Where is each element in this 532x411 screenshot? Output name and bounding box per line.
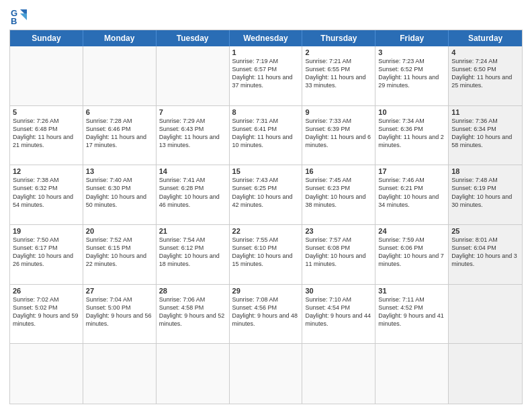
day-info: Sunrise: 7:46 AM Sunset: 6:21 PM Dayligh… [378, 176, 445, 209]
day-cell-29: 29Sunrise: 7:08 AM Sunset: 4:56 PM Dayli… [230, 285, 303, 344]
day-cell-15: 15Sunrise: 7:43 AM Sunset: 6:25 PM Dayli… [230, 165, 303, 224]
day-info: Sunrise: 7:02 AM Sunset: 5:02 PM Dayligh… [13, 295, 80, 328]
empty-cell [302, 344, 375, 404]
day-info: Sunrise: 7:43 AM Sunset: 6:25 PM Dayligh… [232, 176, 300, 209]
day-cell-22: 22Sunrise: 7:55 AM Sunset: 6:10 PM Dayli… [230, 225, 303, 284]
day-number: 9 [305, 108, 372, 116]
day-cell-8: 8Sunrise: 7:31 AM Sunset: 6:41 PM Daylig… [230, 106, 303, 165]
day-info: Sunrise: 7:36 AM Sunset: 6:34 PM Dayligh… [451, 117, 519, 150]
day-info: Sunrise: 7:38 AM Sunset: 6:32 PM Dayligh… [13, 176, 80, 209]
day-number: 14 [159, 167, 226, 175]
day-info: Sunrise: 7:06 AM Sunset: 4:58 PM Dayligh… [159, 295, 226, 328]
calendar-row: 1Sunrise: 7:19 AM Sunset: 6:57 PM Daylig… [10, 46, 522, 106]
weekday-header-tuesday: Tuesday [157, 30, 230, 46]
day-cell-25: 25Sunrise: 8:01 AM Sunset: 6:04 PM Dayli… [449, 225, 522, 284]
logo-icon: G B [9, 7, 28, 26]
day-info: Sunrise: 7:11 AM Sunset: 4:52 PM Dayligh… [378, 295, 445, 328]
page-container: G B SundayMondayTuesdayWednesdayThursday… [0, 0, 532, 411]
calendar-row [10, 344, 522, 404]
weekday-header-thursday: Thursday [302, 30, 375, 46]
day-info: Sunrise: 7:34 AM Sunset: 6:36 PM Dayligh… [378, 117, 445, 150]
day-cell-9: 9Sunrise: 7:33 AM Sunset: 6:39 PM Daylig… [302, 106, 375, 165]
day-cell-17: 17Sunrise: 7:46 AM Sunset: 6:21 PM Dayli… [375, 165, 449, 224]
empty-cell [157, 344, 230, 404]
day-cell-27: 27Sunrise: 7:04 AM Sunset: 5:00 PM Dayli… [83, 285, 157, 344]
weekday-header-wednesday: Wednesday [230, 30, 303, 46]
calendar-header: SundayMondayTuesdayWednesdayThursdayFrid… [10, 30, 522, 46]
day-number: 21 [159, 227, 226, 235]
day-info: Sunrise: 7:45 AM Sunset: 6:23 PM Dayligh… [305, 176, 372, 209]
day-info: Sunrise: 7:04 AM Sunset: 5:00 PM Dayligh… [86, 295, 153, 328]
weekday-header-saturday: Saturday [449, 30, 522, 46]
day-number: 24 [378, 227, 445, 235]
empty-cell [449, 285, 522, 344]
day-cell-31: 31Sunrise: 7:11 AM Sunset: 4:52 PM Dayli… [375, 285, 449, 344]
day-cell-10: 10Sunrise: 7:34 AM Sunset: 6:36 PM Dayli… [375, 106, 449, 165]
day-cell-19: 19Sunrise: 7:50 AM Sunset: 6:17 PM Dayli… [10, 225, 83, 284]
empty-cell [83, 344, 157, 404]
day-cell-1: 1Sunrise: 7:19 AM Sunset: 6:57 PM Daylig… [230, 46, 303, 105]
day-number: 1 [232, 48, 300, 56]
day-info: Sunrise: 7:55 AM Sunset: 6:10 PM Dayligh… [232, 236, 300, 269]
header: G B [9, 7, 523, 26]
day-number: 8 [232, 108, 300, 116]
calendar-row: 5Sunrise: 7:26 AM Sunset: 6:48 PM Daylig… [10, 106, 522, 166]
day-info: Sunrise: 7:19 AM Sunset: 6:57 PM Dayligh… [232, 57, 300, 90]
day-info: Sunrise: 7:50 AM Sunset: 6:17 PM Dayligh… [13, 236, 80, 269]
day-cell-23: 23Sunrise: 7:57 AM Sunset: 6:08 PM Dayli… [302, 225, 375, 284]
day-cell-3: 3Sunrise: 7:23 AM Sunset: 6:52 PM Daylig… [375, 46, 449, 105]
day-cell-11: 11Sunrise: 7:36 AM Sunset: 6:34 PM Dayli… [449, 106, 522, 165]
logo: G B [9, 7, 31, 26]
empty-cell [375, 344, 449, 404]
day-cell-20: 20Sunrise: 7:52 AM Sunset: 6:15 PM Dayli… [83, 225, 157, 284]
day-number: 7 [159, 108, 226, 116]
day-info: Sunrise: 7:08 AM Sunset: 4:56 PM Dayligh… [232, 295, 300, 328]
day-info: Sunrise: 7:10 AM Sunset: 4:54 PM Dayligh… [305, 295, 372, 328]
day-number: 3 [378, 48, 445, 56]
day-info: Sunrise: 7:40 AM Sunset: 6:30 PM Dayligh… [86, 176, 153, 209]
day-number: 27 [86, 287, 153, 295]
day-number: 28 [159, 287, 226, 295]
day-number: 20 [86, 227, 153, 235]
day-cell-24: 24Sunrise: 7:59 AM Sunset: 6:06 PM Dayli… [375, 225, 449, 284]
day-cell-13: 13Sunrise: 7:40 AM Sunset: 6:30 PM Dayli… [83, 165, 157, 224]
calendar-row: 26Sunrise: 7:02 AM Sunset: 5:02 PM Dayli… [10, 285, 522, 345]
day-cell-6: 6Sunrise: 7:28 AM Sunset: 6:46 PM Daylig… [83, 106, 157, 165]
weekday-header-friday: Friday [375, 30, 449, 46]
day-info: Sunrise: 7:23 AM Sunset: 6:52 PM Dayligh… [378, 57, 445, 90]
svg-text:B: B [11, 16, 17, 26]
day-number: 22 [232, 227, 300, 235]
day-number: 30 [305, 287, 372, 295]
day-number: 16 [305, 167, 372, 175]
calendar-row: 19Sunrise: 7:50 AM Sunset: 6:17 PM Dayli… [10, 225, 522, 285]
empty-cell [10, 344, 83, 404]
day-cell-21: 21Sunrise: 7:54 AM Sunset: 6:12 PM Dayli… [157, 225, 230, 284]
calendar-row: 12Sunrise: 7:38 AM Sunset: 6:32 PM Dayli… [10, 165, 522, 225]
day-info: Sunrise: 7:29 AM Sunset: 6:43 PM Dayligh… [159, 117, 226, 150]
day-cell-4: 4Sunrise: 7:24 AM Sunset: 6:50 PM Daylig… [449, 46, 522, 105]
day-number: 11 [451, 108, 519, 116]
day-number: 5 [13, 108, 80, 116]
calendar: SundayMondayTuesdayWednesdayThursdayFrid… [9, 30, 523, 404]
empty-cell [449, 344, 522, 404]
day-cell-14: 14Sunrise: 7:41 AM Sunset: 6:28 PM Dayli… [157, 165, 230, 224]
day-info: Sunrise: 7:31 AM Sunset: 6:41 PM Dayligh… [232, 117, 300, 150]
day-cell-28: 28Sunrise: 7:06 AM Sunset: 4:58 PM Dayli… [157, 285, 230, 344]
day-cell-26: 26Sunrise: 7:02 AM Sunset: 5:02 PM Dayli… [10, 285, 83, 344]
day-info: Sunrise: 7:21 AM Sunset: 6:55 PM Dayligh… [305, 57, 372, 90]
day-number: 23 [305, 227, 372, 235]
day-number: 25 [451, 227, 519, 235]
day-info: Sunrise: 7:59 AM Sunset: 6:06 PM Dayligh… [378, 236, 445, 269]
day-info: Sunrise: 7:52 AM Sunset: 6:15 PM Dayligh… [86, 236, 153, 269]
day-number: 19 [13, 227, 80, 235]
day-cell-12: 12Sunrise: 7:38 AM Sunset: 6:32 PM Dayli… [10, 165, 83, 224]
svg-marker-3 [20, 13, 27, 20]
day-info: Sunrise: 7:41 AM Sunset: 6:28 PM Dayligh… [159, 176, 226, 209]
day-info: Sunrise: 7:48 AM Sunset: 6:19 PM Dayligh… [451, 176, 519, 209]
day-number: 18 [451, 167, 519, 175]
empty-cell [157, 46, 230, 105]
day-number: 10 [378, 108, 445, 116]
day-info: Sunrise: 7:24 AM Sunset: 6:50 PM Dayligh… [451, 57, 519, 90]
day-info: Sunrise: 8:01 AM Sunset: 6:04 PM Dayligh… [451, 236, 519, 269]
day-info: Sunrise: 7:26 AM Sunset: 6:48 PM Dayligh… [13, 117, 80, 150]
